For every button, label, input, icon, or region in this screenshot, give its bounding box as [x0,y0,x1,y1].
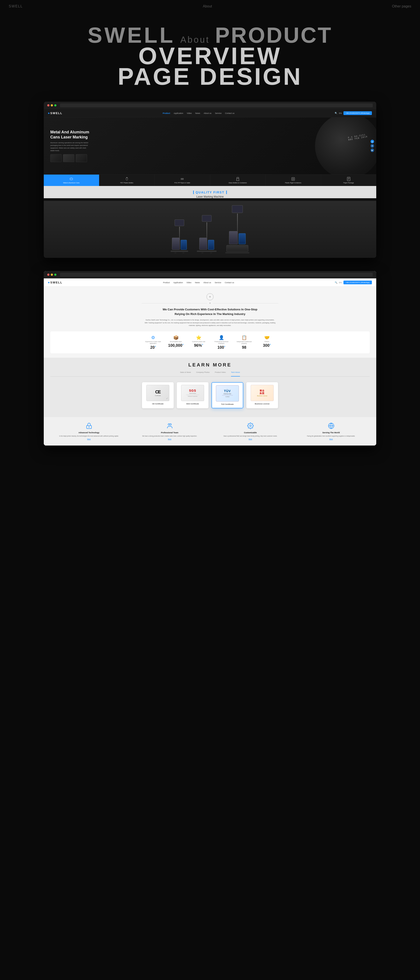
quality-subtitle: Laser Marking Machine [50,195,370,198]
cat-tab-plastic[interactable]: Plastic Rigid Containers [266,175,321,186]
cert-card-sgs[interactable]: SGS CERTIFIED Testing & Inspection SGS C… [177,382,208,408]
nav-arrow-up[interactable]: ▲ [371,140,374,143]
svg-point-17 [250,425,251,427]
can-circle-bg [315,118,376,174]
nav2-news[interactable]: News [195,282,200,284]
svg-rect-0 [70,178,73,180]
nav-link-news[interactable]: News [195,112,200,115]
thumb-1[interactable] [50,154,62,162]
stats-row: ⚙ Experience in laser mark application 2… [50,331,370,353]
cert-card-ce[interactable]: CE Certificate ✓ CE Certificate [142,382,174,408]
services-section: Advanced Technology In the inkjet printe… [44,417,376,445]
stat-icon-ip: 📋 [241,335,247,340]
nav-link-about[interactable]: About us [204,112,212,115]
site-logo-icon [48,113,49,114]
nav2-product[interactable]: Product [163,282,170,284]
thumb-2[interactable] [63,154,74,162]
service-icon-custom [246,422,255,430]
stat-value-praise: 96%+ [194,343,203,348]
cat-tab-pvc[interactable]: PVC PP Pipes & Cable [155,175,210,186]
about-divider-line [50,302,370,304]
nav2-search[interactable]: 🔍 [335,281,337,284]
svg-point-8 [293,178,294,180]
browser-mockup-1: SWELL Product Application Video News Abo… [44,102,376,258]
nav2-application[interactable]: Application [173,282,183,284]
site-logo-text: SWELL [50,111,63,115]
stat-value-ip: 98 [242,345,246,350]
quality-tag: QUALITY FIRST [50,190,370,194]
browser-dot-yellow-2[interactable] [51,274,53,276]
hero-nav-about[interactable]: About [203,5,212,8]
thumb-3[interactable] [76,154,87,162]
hero-nav-other[interactable]: Other pages [392,5,411,8]
machine-1 [171,220,188,253]
tab-product-video[interactable]: Product Video [215,371,226,375]
hero-thumbnails [50,154,90,162]
service-customizable: Customizable Have a professional R&D and… [212,422,289,440]
site-nav-links: Product Application Video News About us … [163,112,235,115]
nav2-contact[interactable]: Contact us [225,282,234,284]
site-logo: SWELL [48,111,63,115]
cert-card-license[interactable]: 营业执照 Business License Business License [246,382,278,408]
cat-tab-glass[interactable]: Glass Bottles & Containers [210,175,266,186]
nav-link-product[interactable]: Product [163,112,170,115]
service-title-custom: Customizable [244,431,257,434]
cat-label-pvc: PVC PP Pipes & Cable [174,182,190,184]
whatsapp-btn[interactable]: +86-15166220070 (WhatsApp) [344,111,372,115]
stat-icon-partner: 🤝 [264,335,270,340]
stat-icon-experience: ⚙ [151,335,155,340]
nav-link-video[interactable]: Video [187,112,192,115]
cat-label-glass: Glass Bottles & Containers [228,182,247,184]
tab-company-photos[interactable]: Company Photos [196,371,209,375]
service-more-world[interactable]: More [330,438,333,440]
learn-more-section: LEARN MORE Sales & News Company Photos P… [44,358,376,417]
about-logo-area: ✦ [50,291,370,302]
browser-dot-red[interactable] [47,104,49,107]
nav-arrow-extra[interactable]: ▶ [371,148,374,152]
service-desc-team: We have a strong production team creativ… [142,435,197,437]
svg-point-16 [170,424,171,425]
whatsapp-btn-2[interactable]: +86-15166220070 (WhatsApp) [344,281,372,284]
learn-tabs: Sales & News Company Photos Product Vide… [50,371,370,377]
site-logo-text-2: SWELL [50,281,63,284]
browser-dot-green-2[interactable] [54,274,56,276]
site-content-2: SWELL Product Application Video News Abo… [44,278,376,445]
nav-arrow-down[interactable]: ▼ [371,144,374,148]
about-section: ✦ We Can Provide Customers With Cost-Eff… [44,287,376,358]
nav-link-application[interactable]: Application [174,112,183,115]
tab-tech-honor[interactable]: Tech Honor [231,371,240,377]
service-more-tech[interactable]: More [87,438,91,440]
nav2-video[interactable]: Video [186,282,192,284]
nav-search-icon[interactable]: 🔍 [335,112,337,115]
stat-value-partner: 300+ [263,343,271,348]
browser-dot-green[interactable] [54,104,56,107]
browser-url-bar-2[interactable] [60,273,373,277]
cat-tab-paper[interactable]: Paper Package [321,175,376,186]
cat-tab-pet[interactable]: PET Plastic Bottles [99,175,155,186]
nav-link-service[interactable]: Service [215,112,222,115]
nav-lang[interactable]: EN [339,112,342,115]
stat-ip: 📋 Independent intellectual property 98 [235,335,253,350]
browser-url-bar[interactable] [60,103,373,107]
stat-value-experience: 20+ [150,345,156,350]
browser-dot-yellow[interactable] [51,104,53,107]
stat-icon-praise: ⭐ [196,335,201,340]
side-nav-arrows: ▲ ▼ ▶ [371,140,374,152]
nav2-about[interactable]: About us [203,282,211,284]
cert-cards: CE Certificate ✓ CE Certificate SGS C [50,380,370,413]
site-nav-1: SWELL Product Application Video News Abo… [44,109,376,118]
site-nav-right-2: 🔍 EN +86-15166220070 (WhatsApp) [335,281,372,284]
browser-dot-red-2[interactable] [47,274,49,276]
cat-tab-metal[interactable]: Metal & Aluminum Cans [44,175,99,186]
site-nav-2: SWELL Product Application Video News Abo… [44,278,376,287]
nav2-service[interactable]: Service [215,282,221,284]
learn-more-title: LEARN MORE [50,362,370,368]
service-more-team[interactable]: More [168,438,171,440]
stat-praise: ⭐ Customer praise rate 96%+ [190,335,208,350]
nav2-lang[interactable]: EN [339,282,342,284]
tab-sales-news[interactable]: Sales & News [180,371,191,375]
nav-link-contact[interactable]: Contact us [225,112,235,115]
cert-card-tuv[interactable]: TÜV RHEINLAND Certified TUV Certificate [212,382,243,408]
machine-3 [225,205,249,253]
service-more-custom[interactable]: More [249,438,252,440]
